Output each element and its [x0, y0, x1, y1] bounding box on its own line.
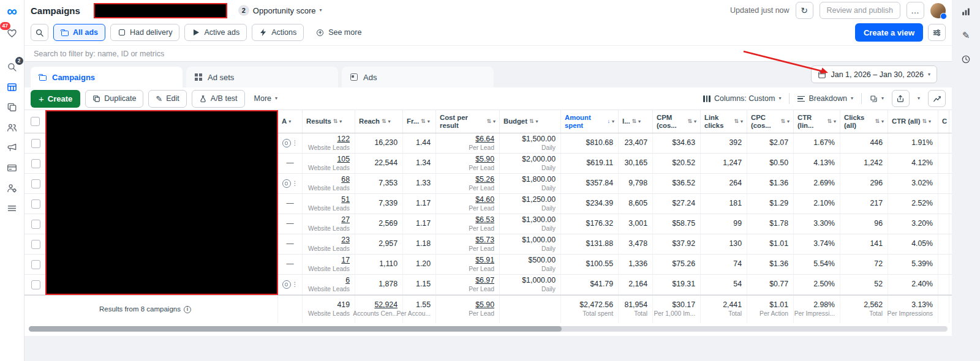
- column-header-cpc[interactable]: CPC (cos...⇅▾: [747, 110, 794, 133]
- row-checkbox[interactable]: [31, 199, 40, 209]
- attribution-setting-icon[interactable]: [282, 280, 291, 289]
- metric-link[interactable]: $5.90: [475, 301, 494, 310]
- metric-link[interactable]: 122: [337, 135, 350, 144]
- nav-settings[interactable]: [6, 181, 19, 195]
- tab-ad-sets[interactable]: Ad sets: [186, 67, 338, 87]
- overflow-dots-icon[interactable]: ⋮: [292, 140, 298, 146]
- metric-link[interactable]: $5.91: [475, 256, 494, 265]
- metric-link[interactable]: 51: [341, 196, 350, 204]
- nav-pages[interactable]: [6, 100, 19, 114]
- create-a-view-button[interactable]: Create a view: [855, 23, 923, 42]
- filter-chip-see-more[interactable]: See more: [309, 24, 369, 41]
- scrollbar-thumb[interactable]: [29, 326, 562, 332]
- nav-promotions[interactable]: [6, 141, 19, 154]
- more-options-button[interactable]: …: [907, 2, 924, 19]
- breakdown-button[interactable]: Breakdown▾: [793, 90, 858, 108]
- overflow-dots-icon[interactable]: ⋮: [292, 180, 298, 187]
- search-input[interactable]: [34, 50, 943, 58]
- column-header-results[interactable]: Results⇅▾: [303, 110, 355, 133]
- metric-link[interactable]: 52,924: [374, 301, 398, 310]
- metric-link[interactable]: $6.97: [475, 277, 494, 285]
- nav-notifications[interactable]: 47: [6, 26, 19, 40]
- metric-link[interactable]: 27: [341, 216, 350, 225]
- filter-chip-active-ads[interactable]: Active ads: [184, 24, 247, 41]
- create-button[interactable]: +Create: [31, 90, 80, 108]
- row-checkbox[interactable]: [31, 220, 40, 229]
- ab-test-button[interactable]: A/B test: [192, 90, 245, 108]
- refresh-button[interactable]: ↻: [796, 2, 813, 19]
- nav-search[interactable]: 2: [6, 60, 19, 73]
- metric-link[interactable]: $5.26: [475, 176, 494, 184]
- metric-link[interactable]: $5.90: [475, 155, 494, 164]
- info-icon[interactable]: i: [184, 306, 191, 313]
- column-header-impressions[interactable]: I...⇅▾: [619, 110, 653, 133]
- filter-chip-all-ads[interactable]: All ads: [53, 24, 105, 41]
- column-header-ctr_link[interactable]: CTR (lin...⇅▾: [794, 110, 840, 133]
- metric-link[interactable]: 23: [341, 236, 350, 245]
- nav-all-tools[interactable]: [6, 201, 19, 215]
- meta-logo[interactable]: ∞: [7, 4, 17, 18]
- reports-button[interactable]: ▾: [865, 90, 888, 108]
- tab-campaigns[interactable]: Campaigns: [31, 67, 183, 87]
- column-header-attr[interactable]: A▾: [278, 110, 303, 133]
- tab-ads[interactable]: Ads: [342, 67, 494, 87]
- column-header-extra[interactable]: C: [938, 110, 949, 133]
- row-checkbox[interactable]: [31, 139, 40, 148]
- duplicate-button[interactable]: Duplicate: [85, 90, 143, 108]
- row-checkbox[interactable]: [31, 159, 40, 168]
- row-checkbox[interactable]: [31, 240, 40, 249]
- insights-panel-button[interactable]: [960, 6, 972, 18]
- edit-button[interactable]: ✎Edit: [148, 90, 186, 108]
- column-header-reach[interactable]: Reach⇅▾: [355, 110, 403, 133]
- metric-value: $36.52: [672, 179, 695, 188]
- filter-search-button[interactable]: [31, 24, 48, 41]
- column-header-clicks_all[interactable]: Clicks (all)⇅▾: [840, 110, 888, 133]
- overflow-dots-icon[interactable]: ⋮: [292, 281, 298, 288]
- column-header-link_clicks[interactable]: Link clicks⇅▾: [701, 110, 747, 133]
- summary-label-cell: Results from 8 campaignsi: [45, 296, 278, 323]
- metric-link[interactable]: 68: [341, 176, 350, 184]
- filter-chip-actions[interactable]: Actions: [252, 24, 304, 41]
- metric-link[interactable]: $6.53: [475, 216, 494, 225]
- cell-cpc: $0.50: [747, 154, 794, 173]
- column-header-ctr_all[interactable]: CTR (all)⇅▾: [888, 110, 938, 133]
- attribution-setting-icon[interactable]: [282, 139, 291, 147]
- filter-bar: All adsHad deliveryActive adsActionsSee …: [24, 21, 952, 45]
- metric-link[interactable]: $4.60: [475, 196, 494, 204]
- metric-link[interactable]: $6.64: [475, 135, 494, 144]
- export-button[interactable]: [892, 90, 910, 107]
- view-settings-button[interactable]: [928, 24, 946, 41]
- columns-button[interactable]: Columns: Custom▾: [699, 90, 785, 108]
- person-gear-icon: [7, 183, 17, 193]
- metric-link[interactable]: $5.73: [475, 236, 494, 245]
- history-panel-button[interactable]: [960, 53, 972, 65]
- filter-chip-had-delivery[interactable]: Had delivery: [110, 24, 179, 41]
- edit-panel-button[interactable]: ✎: [960, 29, 972, 42]
- row-checkbox[interactable]: [31, 280, 40, 289]
- column-header-cpr[interactable]: Cost per result⇅▾: [436, 110, 500, 133]
- nav-ads-manager[interactable]: [6, 80, 19, 94]
- metric-link[interactable]: 17: [341, 256, 350, 265]
- metric-link[interactable]: 6: [345, 277, 350, 285]
- metric-value: 1.15: [416, 280, 431, 289]
- more-button[interactable]: More▾: [250, 90, 282, 108]
- column-header-cpm[interactable]: CPM (cos...⇅▾: [653, 110, 701, 133]
- metric-link[interactable]: 105: [337, 155, 350, 164]
- nav-billing[interactable]: [6, 161, 19, 174]
- avatar[interactable]: [930, 3, 946, 18]
- attribution-setting-icon[interactable]: [282, 179, 291, 188]
- row-checkbox[interactable]: [31, 260, 40, 269]
- date-range-picker[interactable]: Jan 1, 2026 – Jan 30, 2026 ▾: [811, 65, 937, 83]
- view-charts-button[interactable]: [928, 90, 946, 107]
- scrollbar-track[interactable]: [29, 326, 948, 332]
- column-header-freq[interactable]: Fr...⇅▾: [403, 110, 436, 133]
- select-all-checkbox[interactable]: [31, 117, 40, 126]
- nav-audiences[interactable]: [6, 121, 19, 134]
- review-and-publish-button[interactable]: Review and publish: [820, 2, 900, 19]
- export-options-button[interactable]: ▾: [913, 90, 924, 108]
- row-checkbox[interactable]: [31, 179, 40, 188]
- column-header-spent[interactable]: Amount spent↓▾: [561, 110, 619, 133]
- horizontal-scrollbar[interactable]: [24, 323, 952, 336]
- column-header-budget[interactable]: Budget⇅▾: [500, 110, 561, 133]
- opportunity-score[interactable]: 2 Opportunity score ▾: [238, 5, 322, 16]
